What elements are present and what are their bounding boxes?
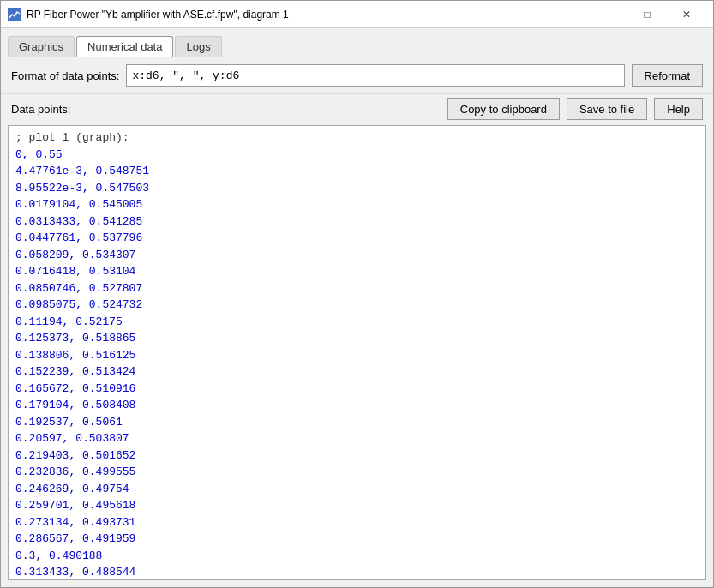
- data-line: 0.152239, 0.513424: [15, 363, 699, 381]
- data-line: 0.165672, 0.510916: [15, 381, 699, 398]
- close-button[interactable]: ✕: [667, 4, 706, 25]
- window-title: RP Fiber Power "Yb amplifier with ASE.cf…: [27, 9, 588, 21]
- data-line: 0.0716418, 0.53104: [15, 263, 699, 280]
- data-points-bar: Data points: Copy to clipboard Save to f…: [1, 94, 713, 125]
- data-line: 0.179104, 0.508408: [15, 397, 699, 414]
- format-input[interactable]: [126, 64, 624, 87]
- data-line: 0.058209, 0.534307: [15, 247, 699, 264]
- data-line: 0.11194, 0.52175: [15, 314, 699, 331]
- svg-rect-0: [9, 9, 21, 21]
- minimize-button[interactable]: —: [588, 4, 627, 25]
- data-area: ; plot 1 (graph):0, 0.554.47761e-3, 0.54…: [8, 125, 706, 580]
- data-line: ; plot 1 (graph):: [15, 129, 699, 147]
- title-bar: RP Fiber Power "Yb amplifier with ASE.cf…: [1, 1, 713, 28]
- main-window: RP Fiber Power "Yb amplifier with ASE.cf…: [0, 0, 714, 588]
- data-points-label: Data points:: [11, 103, 70, 116]
- window-controls: — □ ✕: [588, 4, 706, 25]
- data-line: 0.0313433, 0.541285: [15, 213, 699, 231]
- data-line: 0, 0.55: [15, 147, 699, 164]
- data-line: 0.0985075, 0.524732: [15, 297, 699, 314]
- app-icon: [8, 8, 21, 21]
- data-line: 0.138806, 0.516125: [15, 347, 699, 364]
- tab-logs[interactable]: Logs: [175, 36, 221, 57]
- data-line: 0.125373, 0.518865: [15, 330, 699, 347]
- data-line: 0.0850746, 0.527807: [15, 280, 699, 297]
- data-line: 0.259701, 0.495618: [15, 497, 699, 514]
- data-line: 0.0447761, 0.537796: [15, 230, 699, 247]
- save-to-file-button[interactable]: Save to file: [567, 98, 647, 120]
- tab-bar: Graphics Numerical data Logs: [1, 28, 713, 57]
- tab-numerical-data[interactable]: Numerical data: [76, 36, 173, 57]
- tab-graphics[interactable]: Graphics: [8, 36, 75, 57]
- data-line: 0.3, 0.490188: [15, 548, 699, 565]
- data-line: 0.219403, 0.501652: [15, 447, 699, 465]
- data-line: 0.286567, 0.491959: [15, 531, 699, 548]
- format-label: Format of data points:: [11, 69, 119, 82]
- data-line: 8.95522e-3, 0.547503: [15, 180, 699, 197]
- data-content[interactable]: ; plot 1 (graph):0, 0.554.47761e-3, 0.54…: [9, 126, 705, 579]
- copy-to-clipboard-button[interactable]: Copy to clipboard: [447, 98, 560, 120]
- help-button[interactable]: Help: [654, 98, 703, 120]
- data-line: 0.246269, 0.49754: [15, 481, 699, 498]
- data-line: 0.20597, 0.503807: [15, 430, 699, 447]
- data-line: 0.0179104, 0.545005: [15, 196, 699, 213]
- data-line: 0.232836, 0.499555: [15, 464, 699, 481]
- data-line: 4.47761e-3, 0.548751: [15, 163, 699, 180]
- format-toolbar: Format of data points: Reformat: [1, 57, 713, 94]
- data-line: 0.192537, 0.5061: [15, 414, 699, 431]
- data-line: 0.313433, 0.488544: [15, 564, 699, 579]
- data-line: 0.273134, 0.493731: [15, 514, 699, 531]
- maximize-button[interactable]: □: [627, 4, 667, 25]
- reformat-button[interactable]: Reformat: [632, 64, 703, 87]
